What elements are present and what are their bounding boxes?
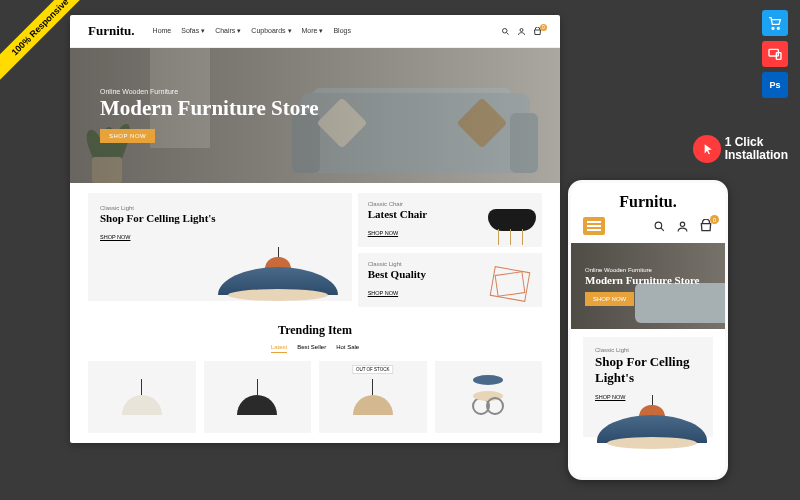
trending-title: Trending Item [88,323,542,338]
account-icon[interactable] [676,220,689,233]
svg-point-5 [520,28,523,31]
header: Furnitu. Home Sofas ▾ Chairs ▾ Cupboards… [70,15,560,48]
promo-title: Shop For Celling Light's [100,212,340,225]
install-badge: 1 ClickInstallation [693,135,788,163]
search-icon[interactable] [653,220,666,233]
nav-home[interactable]: Home [153,27,172,35]
hamburger-menu-button[interactable] [583,217,605,235]
search-icon[interactable] [501,27,510,36]
trending-tabs: Latest Best Seller Hot Sale [88,344,542,353]
mobile-hero: Online Wooden Furniture Modern Furniture… [571,243,725,329]
logo[interactable]: Furnitu. [88,23,135,39]
opencart-icon [762,10,788,36]
hero-banner: Online Wooden Furniture Modern Furniture… [70,48,560,183]
promo-row: Classic Light Shop For Celling Light's S… [70,183,560,317]
tab-latest[interactable]: Latest [271,344,287,353]
svg-point-4 [503,28,508,33]
mobile-preview: Furnitu. Online Wooden Furniture Modern … [568,180,728,480]
product-card[interactable] [204,361,312,433]
hero-cta-button[interactable]: SHOP NOW [100,129,155,143]
account-icon[interactable] [517,27,526,36]
nav-cupboards[interactable]: Cupboards ▾ [251,27,291,35]
promo-small-light[interactable]: Classic Light Best Quality SHOP NOW [358,253,542,307]
cart-icon[interactable]: 0 [533,27,542,36]
psd-icon: Ps [762,72,788,98]
cart-icon[interactable] [699,219,713,233]
tab-hotsale[interactable]: Hot Sale [336,344,359,353]
main-nav: Home Sofas ▾ Chairs ▾ Cupboards ▾ More ▾… [153,27,351,35]
hero-pretitle: Online Wooden Furniture [100,88,319,95]
mobile-promo-large[interactable]: Classic Light Shop For Celling Light's S… [583,337,713,437]
mobile-hero-pretitle: Online Wooden Furniture [585,267,699,273]
lamp-image [597,415,707,443]
chair-image [488,203,536,245]
promo-eyebrow: Classic Light [100,205,340,211]
mobile-logo[interactable]: Furnitu. [571,183,725,217]
nav-chairs[interactable]: Chairs ▾ [215,27,241,35]
cursor-click-icon [693,135,721,163]
trending-section: Trending Item Latest Best Seller Hot Sal… [70,317,560,443]
out-of-stock-badge: OUT OF STOCK [352,365,394,374]
nav-blogs[interactable]: Blogs [333,27,351,35]
cart-product-image [468,375,508,419]
hero-title: Modern Furniture Store [100,97,319,120]
tech-badges: Ps [762,10,788,98]
promo-link[interactable]: SHOP NOW [100,234,130,240]
tab-bestseller[interactable]: Best Seller [297,344,326,353]
mobile-hero-cta-button[interactable]: SHOP NOW [585,292,634,306]
promo-small-chair[interactable]: Classic Chair Latest Chair SHOP NOW [358,193,542,247]
product-card[interactable] [88,361,196,433]
mobile-toolbar [571,217,725,243]
svg-point-6 [655,222,662,229]
nav-sofas[interactable]: Sofas ▾ [181,27,205,35]
product-card[interactable] [435,361,543,433]
svg-point-1 [777,27,779,29]
responsive-icon [762,41,788,67]
promo-large[interactable]: Classic Light Shop For Celling Light's S… [88,193,352,301]
nav-more[interactable]: More ▾ [302,27,324,35]
desktop-preview: Furnitu. Home Sofas ▾ Chairs ▾ Cupboards… [70,15,560,443]
product-card[interactable]: OUT OF STOCK [319,361,427,433]
svg-point-0 [772,27,774,29]
lamp-image [218,267,338,295]
svg-point-7 [680,222,684,226]
geometric-decor-image [488,265,532,303]
mobile-hero-title: Modern Furniture Store [585,274,699,286]
